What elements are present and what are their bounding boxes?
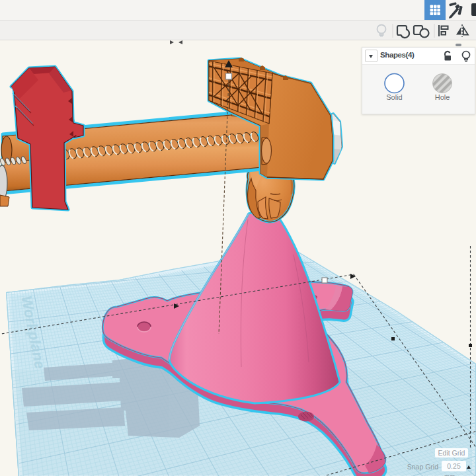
svg-text:Hole: Hole xyxy=(435,93,450,101)
svg-text:Solid: Solid xyxy=(386,93,402,101)
